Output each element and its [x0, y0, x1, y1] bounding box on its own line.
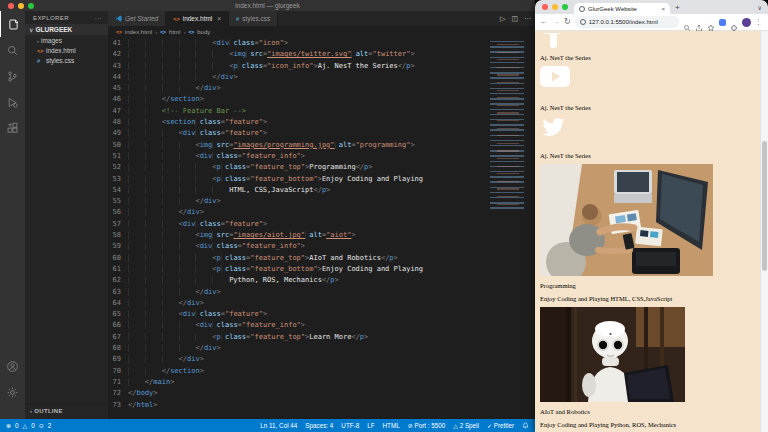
- chevron-down-icon: ∨: [29, 27, 33, 33]
- sidebar-item-styles-css[interactable]: #styles.css: [25, 55, 108, 65]
- notifications-bell-icon[interactable]: [522, 422, 529, 429]
- tab-get-started[interactable]: Get Started: [108, 11, 166, 26]
- browser-menu-icon[interactable]: ⋮: [755, 18, 762, 26]
- explorer-more-icon[interactable]: ···: [95, 15, 102, 21]
- status-bar-right: Ln 11, Col 44 Spaces: 4 UTF-8 LF HTML ⊘ …: [260, 422, 529, 429]
- profile-avatar[interactable]: [742, 18, 751, 27]
- code-line: 48 <section class="feature">: [108, 117, 535, 128]
- sidebar-item-images[interactable]: ›images: [25, 35, 108, 45]
- close-window-button[interactable]: [542, 4, 548, 10]
- search-icon[interactable]: [0, 37, 25, 63]
- share-icon[interactable]: [695, 18, 703, 26]
- symbol-icon: <>: [160, 29, 166, 35]
- css-file-icon: #: [37, 58, 46, 64]
- code-line: 46 </section>: [108, 94, 535, 105]
- minimize-window-button[interactable]: [552, 4, 558, 10]
- browser-scrollbar[interactable]: [760, 31, 768, 432]
- explorer-sidebar: EXPLORER ··· ∨GLURGEEK ›images <>index.h…: [25, 11, 108, 419]
- html-file-icon: <>: [173, 16, 179, 22]
- forward-button[interactable]: →: [552, 18, 560, 26]
- robot-photo: [540, 307, 685, 402]
- maximize-window-button[interactable]: [562, 4, 568, 10]
- breadcrumb-file[interactable]: index.html: [125, 29, 152, 35]
- eol[interactable]: LF: [367, 422, 374, 429]
- tab-label: Get Started: [125, 15, 158, 22]
- code-line: 64 </div>: [108, 298, 535, 309]
- code-line: 55 </div>: [108, 196, 535, 207]
- twitter-icon[interactable]: [540, 116, 760, 142]
- indentation[interactable]: Spaces: 4: [305, 422, 333, 429]
- code-line: 56 </div>: [108, 207, 535, 218]
- breadcrumb-html[interactable]: html: [169, 29, 180, 35]
- code-line: 63 </div>: [108, 287, 535, 298]
- run-preview-icon[interactable]: ▷: [500, 15, 505, 23]
- vscode-titlebar: index.html — glurgeek: [0, 0, 535, 11]
- html-file-icon: <>: [37, 48, 46, 54]
- feature-subtitle: Enjoy Coding and Playing Python, ROS, Me…: [540, 421, 760, 428]
- code-line: 71 </main>: [108, 377, 535, 388]
- errors-count: 0: [15, 422, 19, 429]
- social-label: Aj. NesT the Series: [540, 104, 760, 111]
- close-tab-icon[interactable]: ×: [217, 15, 221, 22]
- back-button[interactable]: ←: [540, 18, 548, 26]
- tab-bar: Get Started <> index.html × # styles.css…: [108, 11, 535, 26]
- spell-checker[interactable]: △ 2 Spell: [453, 422, 479, 429]
- tab-search-chevron-icon[interactable]: ∨: [758, 4, 762, 11]
- url-text[interactable]: 127.0.0.1:5500/index.html: [589, 19, 658, 25]
- screen: index.html — glurgeek: [0, 0, 768, 432]
- split-editor-icon[interactable]: ◫: [511, 15, 518, 23]
- minimap[interactable]: [485, 38, 535, 419]
- new-tab-button[interactable]: +: [675, 3, 680, 12]
- chevron-right-icon: ›: [37, 38, 39, 44]
- breadcrumb-body[interactable]: body: [197, 29, 210, 35]
- cursor-position[interactable]: Ln 11, Col 44: [260, 422, 297, 429]
- account-icon[interactable]: [0, 353, 25, 379]
- outline-section[interactable]: ›OUTLINE: [25, 404, 108, 417]
- puzzle-extensions-icon[interactable]: [730, 18, 738, 26]
- close-tab-icon[interactable]: ×: [661, 6, 665, 12]
- settings-gear-icon[interactable]: [0, 379, 25, 405]
- browser-toolbar: ← → ↻ 127.0.0.1:5500/index.html ⋮: [535, 14, 768, 31]
- extension-icon[interactable]: [719, 19, 726, 26]
- feature-title: AIoT and Robotics: [540, 408, 760, 415]
- source-control-icon[interactable]: [0, 63, 25, 89]
- explorer-header: EXPLORER ···: [25, 11, 108, 24]
- facebook-icon[interactable]: [540, 33, 566, 48]
- browser-window: GlurGeek Website × + ∨ ← → ↻ 127.0.0.1:5…: [535, 0, 768, 432]
- youtube-icon[interactable]: [540, 66, 760, 91]
- address-bar[interactable]: 127.0.0.1:5500/index.html: [575, 16, 679, 28]
- browser-tab[interactable]: GlurGeek Website ×: [574, 3, 670, 14]
- project-root-folder[interactable]: ∨GLURGEEK: [25, 24, 108, 35]
- editor-actions: ▷ ◫ ⋯: [500, 11, 531, 26]
- language-mode[interactable]: HTML: [383, 422, 400, 429]
- problems-indicator[interactable]: ⊗ 0 △ 0 ⊙ 2: [6, 422, 51, 429]
- code-line: 70 </section>: [108, 366, 535, 377]
- programming-photo: [540, 164, 713, 276]
- scrollbar-thumb[interactable]: [762, 141, 767, 271]
- code-line: 45 </div>: [108, 83, 535, 94]
- tab-index-html[interactable]: <> index.html ×: [166, 11, 229, 26]
- more-actions-icon[interactable]: ⋯: [524, 15, 531, 23]
- sidebar-item-index-html[interactable]: <>index.html: [25, 45, 108, 55]
- explorer-icon[interactable]: [0, 11, 25, 37]
- browser-window-controls[interactable]: [542, 4, 568, 10]
- bookmark-star-icon[interactable]: [707, 18, 715, 26]
- live-server-port[interactable]: ⊘ Port : 5500: [408, 422, 446, 429]
- breadcrumb[interactable]: <> index.html › <> html › <> body: [108, 26, 535, 38]
- vscode-window: index.html — glurgeek: [0, 0, 535, 432]
- zoom-search-icon[interactable]: [683, 18, 691, 26]
- tab-styles-css[interactable]: # styles.css: [229, 11, 278, 26]
- code-line: 44 </div>: [108, 72, 535, 83]
- chevron-right-icon: ›: [30, 408, 32, 414]
- site-info-icon[interactable]: [580, 19, 586, 25]
- extensions-icon[interactable]: [0, 115, 25, 141]
- minimap-code-marks: [497, 44, 519, 209]
- social-label: Aj. NesT the Series: [540, 54, 760, 61]
- run-debug-icon[interactable]: [0, 89, 25, 115]
- code-editor[interactable]: 41 <div class="icon">42 <img src="images…: [108, 38, 535, 419]
- encoding[interactable]: UTF-8: [341, 422, 359, 429]
- prettier-status[interactable]: ✓ Prettier: [487, 422, 514, 429]
- code-line: 42 <img src="images/twitter.svg" alt="tw…: [108, 49, 535, 60]
- warnings-count: 0: [31, 422, 35, 429]
- reload-button[interactable]: ↻: [564, 18, 571, 26]
